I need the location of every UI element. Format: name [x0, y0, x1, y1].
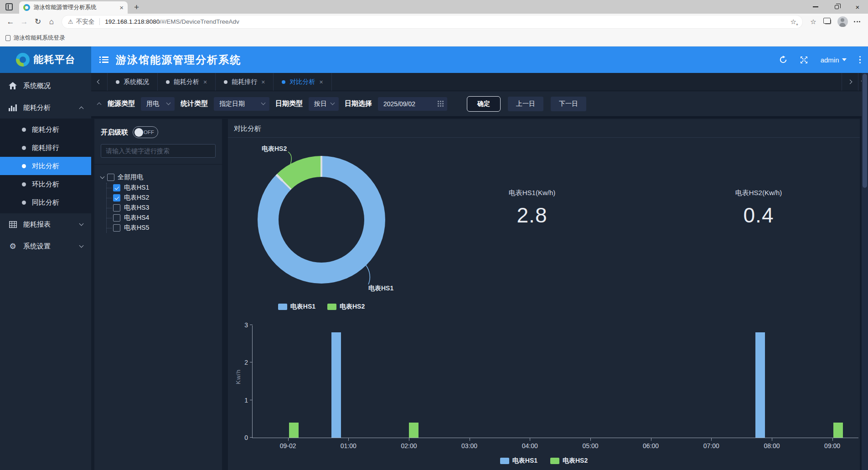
bookmark-label: 游泳馆能耗系统登录 — [14, 34, 65, 42]
bar-hs2[interactable] — [409, 423, 418, 438]
minimize-button[interactable] — [805, 0, 826, 14]
bar-hs1[interactable] — [755, 332, 765, 438]
checkbox[interactable] — [113, 224, 120, 232]
tab-close-icon[interactable]: × — [119, 4, 124, 11]
tab-dot-icon — [224, 80, 227, 84]
sidebar-item-energy-report[interactable]: 能耗报表 — [0, 213, 91, 235]
browser-tab-title: 游泳馆能源管理分析系统 — [34, 4, 116, 11]
tree-node-meter-hs5[interactable]: 电表HS5 — [107, 223, 216, 233]
chevron-down-icon — [166, 101, 171, 105]
cascade-toggle[interactable]: OFF — [133, 126, 158, 138]
profile-avatar[interactable] — [835, 15, 850, 29]
favorites-bar-icon[interactable]: ☆ — [806, 15, 821, 29]
bar-hs1[interactable] — [331, 332, 341, 438]
tree-search-input[interactable] — [101, 144, 216, 158]
date-type-select[interactable]: 按日 — [309, 97, 339, 111]
next-day-button[interactable]: 下一日 — [551, 97, 586, 111]
logo-area: 能耗平台 — [0, 46, 91, 73]
sidebar-item-energy-ranking[interactable]: 能耗排行 — [0, 139, 91, 157]
address-bar[interactable]: ⚠ 不安全 192.168.1.218:8080 /#/EMS/DeviceTr… — [62, 15, 802, 28]
legend-item[interactable]: 电表HS1 — [500, 457, 537, 465]
bar-hs2[interactable] — [833, 423, 843, 438]
stat-type-select[interactable]: 指定日期 — [214, 97, 269, 111]
app-header: 能耗平台 游泳馆能源管理分析系统 — [0, 46, 868, 73]
date-select-label: 日期选择 — [345, 99, 372, 108]
scrollbar-thumb[interactable] — [863, 74, 867, 188]
checkbox[interactable] — [113, 214, 120, 222]
user-menu[interactable]: admin — [821, 56, 847, 64]
tree-node-meter-hs1[interactable]: 电表HS1 — [107, 183, 216, 193]
tree-node-meter-hs2[interactable]: 电表HS2 — [107, 193, 216, 203]
workspaces-icon[interactable] — [5, 3, 13, 10]
close-tab-icon[interactable]: × — [203, 79, 207, 85]
tree-node-meter-hs4[interactable]: 电表HS4 — [107, 213, 216, 223]
tree-expander-icon[interactable] — [100, 174, 105, 179]
sidebar-item-label: 同比分析 — [32, 198, 59, 207]
workspace-tabbar: 系统概况能耗分析×能耗排行×对比分析× — [91, 73, 868, 91]
browser-tab[interactable]: 游泳馆能源管理分析系统 × — [19, 1, 128, 14]
energy-type-label: 能源类型 — [108, 99, 135, 108]
back-icon[interactable]: ← — [4, 15, 17, 29]
donut-label-line-hs1 — [362, 263, 374, 286]
page-scrollbar[interactable] — [862, 73, 868, 470]
legend-item[interactable]: 电表HS2 — [327, 303, 365, 311]
x-tick-mark — [348, 438, 349, 441]
tree-node-root[interactable]: 全部用电 — [101, 172, 216, 183]
home-icon[interactable]: ⌂ — [45, 15, 58, 29]
workspace-tab-energy-ranking[interactable]: 能耗排行× — [216, 73, 274, 91]
bookmark-item[interactable]: 游泳馆能耗系统登录 — [5, 34, 65, 42]
collections-icon[interactable] — [821, 15, 835, 29]
workspace-tab-compare-analysis[interactable]: 对比分析× — [274, 73, 331, 91]
tab-scroll-right-button[interactable] — [842, 73, 858, 91]
new-tab-button[interactable]: + — [134, 3, 139, 11]
legend-item[interactable]: 电表HS2 — [550, 457, 588, 465]
close-tab-icon[interactable]: × — [319, 79, 323, 85]
sidebar-item-mom-analysis[interactable]: 环比分析 — [0, 175, 91, 193]
close-tab-icon[interactable]: × — [261, 79, 265, 85]
checkbox[interactable] — [113, 184, 120, 191]
sidebar-item-system-overview[interactable]: 系统概况 — [0, 75, 91, 97]
forward-icon[interactable]: → — [17, 15, 31, 29]
legend-swatch — [278, 304, 287, 310]
collapse-menu-icon[interactable] — [99, 57, 108, 63]
bar-hs2[interactable] — [289, 423, 299, 438]
tab-scroll-left-button[interactable] — [91, 73, 108, 91]
checkbox[interactable] — [113, 194, 120, 201]
restore-button[interactable] — [826, 0, 847, 14]
prev-day-button[interactable]: 上一日 — [508, 97, 543, 111]
checkbox[interactable] — [113, 204, 120, 212]
legend-item[interactable]: 电表HS1 — [278, 303, 315, 311]
browser-menu-icon[interactable] — [850, 15, 864, 29]
legend-label: 电表HS1 — [512, 457, 537, 465]
browser-toolbar: ← → ↻ ⌂ ⚠ 不安全 192.168.1.218:8080 /#/EMS/… — [0, 14, 868, 30]
kebab-menu-icon[interactable] — [859, 56, 861, 64]
workspace-tab-energy-analysis[interactable]: 能耗分析× — [158, 73, 216, 91]
bookmarks-bar: 游泳馆能耗系统登录 — [0, 30, 868, 46]
tree-node-meter-hs3[interactable]: 电表HS3 — [107, 203, 216, 213]
sidebar-item-energy-analysis-sub[interactable]: 能耗分析 — [0, 120, 91, 139]
x-tick-mark — [832, 438, 833, 441]
workspace-tab-system-overview[interactable]: 系统概况 — [108, 73, 158, 91]
sidebar-item-yoy-analysis[interactable]: 同比分析 — [0, 193, 91, 212]
y-tick-label: 0 — [238, 434, 248, 441]
bar-chart[interactable]: Kw/h012309-0201:0002:0003:0004:0005:0006… — [252, 325, 858, 438]
fullscreen-icon[interactable] — [800, 56, 808, 64]
workspace-tab-label: 系统概况 — [124, 78, 149, 86]
bullet-icon — [22, 201, 26, 205]
energy-type-select[interactable]: 用电 — [141, 97, 175, 111]
user-name: admin — [821, 56, 839, 64]
close-button[interactable]: × — [847, 0, 868, 14]
sidebar-item-system-settings[interactable]: ⚙系统设置 — [0, 235, 91, 257]
reload-icon[interactable] — [779, 56, 787, 64]
refresh-icon[interactable]: ↻ — [31, 15, 45, 29]
stat-type-label: 统计类型 — [181, 99, 208, 108]
sidebar-item-energy-analysis[interactable]: 能耗分析 — [0, 97, 91, 119]
favorite-star-icon[interactable]: ☆+ — [790, 18, 796, 26]
confirm-button[interactable]: 确定 — [467, 96, 501, 112]
url-path: /#/EMS/DeviceTrendTreeAdv — [160, 18, 239, 25]
date-select-input[interactable]: 2025/09/02 — [378, 97, 447, 111]
chart-region: 电表HS2 电表HS1 电表HS1电表HS2 电表HS1(Kw/h) — [228, 138, 860, 470]
collapse-filter-icon[interactable] — [97, 103, 102, 107]
checkbox[interactable] — [107, 174, 114, 181]
sidebar-item-compare-analysis[interactable]: 对比分析 — [0, 157, 91, 175]
